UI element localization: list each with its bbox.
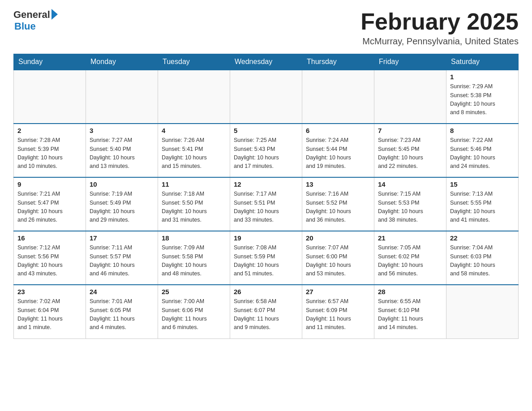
calendar-table: SundayMondayTuesdayWednesdayThursdayFrid… (13, 54, 519, 339)
day-info: Sunrise: 7:18 AM Sunset: 5:50 PM Dayligh… (162, 190, 226, 225)
calendar-cell: 22Sunrise: 7:04 AM Sunset: 6:03 PM Dayli… (446, 231, 519, 285)
calendar-cell (230, 70, 302, 124)
day-number: 8 (450, 127, 515, 134)
day-info: Sunrise: 7:07 AM Sunset: 6:00 PM Dayligh… (306, 244, 370, 278)
day-info: Sunrise: 7:08 AM Sunset: 5:59 PM Dayligh… (234, 244, 298, 278)
day-number: 21 (378, 234, 442, 242)
title-area: February 2025 McMurray, Pennsylvania, Un… (360, 9, 519, 47)
calendar-header-thursday: Thursday (302, 54, 374, 70)
calendar-cell: 11Sunrise: 7:18 AM Sunset: 5:50 PM Dayli… (158, 177, 230, 231)
day-info: Sunrise: 7:00 AM Sunset: 6:06 PM Dayligh… (162, 297, 226, 332)
day-info: Sunrise: 7:13 AM Sunset: 5:55 PM Dayligh… (450, 190, 515, 225)
calendar-cell: 14Sunrise: 7:15 AM Sunset: 5:53 PM Dayli… (374, 177, 446, 231)
calendar-cell: 24Sunrise: 7:01 AM Sunset: 6:05 PM Dayli… (86, 285, 158, 338)
day-number: 15 (450, 180, 515, 188)
location-subtitle: McMurray, Pennsylvania, United States (360, 36, 519, 47)
calendar-cell: 10Sunrise: 7:19 AM Sunset: 5:49 PM Dayli… (86, 177, 158, 231)
day-number: 5 (234, 127, 298, 134)
calendar-cell: 8Sunrise: 7:22 AM Sunset: 5:46 PM Daylig… (446, 124, 519, 177)
day-info: Sunrise: 7:27 AM Sunset: 5:40 PM Dayligh… (90, 136, 154, 171)
day-number: 4 (162, 127, 226, 134)
calendar-cell: 17Sunrise: 7:11 AM Sunset: 5:57 PM Dayli… (86, 231, 158, 285)
calendar-header-row: SundayMondayTuesdayWednesdayThursdayFrid… (14, 54, 519, 70)
day-info: Sunrise: 7:16 AM Sunset: 5:52 PM Dayligh… (306, 190, 370, 225)
calendar-cell: 3Sunrise: 7:27 AM Sunset: 5:40 PM Daylig… (86, 124, 158, 177)
page-header: General Blue February 2025 McMurray, Pen… (13, 9, 519, 47)
calendar-cell: 6Sunrise: 7:24 AM Sunset: 5:44 PM Daylig… (302, 124, 374, 177)
day-number: 28 (378, 288, 442, 295)
calendar-cell: 15Sunrise: 7:13 AM Sunset: 5:55 PM Dayli… (446, 177, 519, 231)
day-info: Sunrise: 7:02 AM Sunset: 6:04 PM Dayligh… (17, 297, 82, 332)
logo-general-text: General (13, 9, 50, 21)
day-number: 10 (90, 180, 154, 188)
calendar-cell (302, 70, 374, 124)
day-number: 25 (162, 288, 226, 295)
calendar-cell (374, 70, 446, 124)
calendar-cell: 7Sunrise: 7:23 AM Sunset: 5:45 PM Daylig… (374, 124, 446, 177)
calendar-cell: 23Sunrise: 7:02 AM Sunset: 6:04 PM Dayli… (14, 285, 86, 338)
day-info: Sunrise: 7:09 AM Sunset: 5:58 PM Dayligh… (162, 244, 226, 278)
calendar-cell: 4Sunrise: 7:26 AM Sunset: 5:41 PM Daylig… (158, 124, 230, 177)
month-title: February 2025 (360, 9, 519, 34)
calendar-cell: 26Sunrise: 6:58 AM Sunset: 6:07 PM Dayli… (230, 285, 302, 338)
calendar-cell: 27Sunrise: 6:57 AM Sunset: 6:09 PM Dayli… (302, 285, 374, 338)
day-number: 20 (306, 234, 370, 242)
calendar-cell: 9Sunrise: 7:21 AM Sunset: 5:47 PM Daylig… (14, 177, 86, 231)
day-info: Sunrise: 7:21 AM Sunset: 5:47 PM Dayligh… (17, 190, 82, 225)
calendar-header-tuesday: Tuesday (158, 54, 230, 70)
day-number: 26 (234, 288, 298, 295)
day-info: Sunrise: 7:23 AM Sunset: 5:45 PM Dayligh… (378, 136, 442, 171)
day-info: Sunrise: 6:55 AM Sunset: 6:10 PM Dayligh… (378, 297, 442, 332)
calendar-header-wednesday: Wednesday (230, 54, 302, 70)
calendar-cell: 16Sunrise: 7:12 AM Sunset: 5:56 PM Dayli… (14, 231, 86, 285)
day-number: 19 (234, 234, 298, 242)
calendar-cell (446, 285, 519, 338)
calendar-cell (86, 70, 158, 124)
logo-arrow-icon (51, 9, 58, 20)
day-info: Sunrise: 7:26 AM Sunset: 5:41 PM Dayligh… (162, 136, 226, 171)
day-info: Sunrise: 6:57 AM Sunset: 6:09 PM Dayligh… (306, 297, 370, 332)
day-info: Sunrise: 7:24 AM Sunset: 5:44 PM Dayligh… (306, 136, 370, 171)
day-info: Sunrise: 7:17 AM Sunset: 5:51 PM Dayligh… (234, 190, 298, 225)
day-number: 23 (17, 288, 82, 295)
calendar-week-row-5: 23Sunrise: 7:02 AM Sunset: 6:04 PM Dayli… (14, 285, 519, 338)
day-number: 1 (450, 73, 515, 81)
day-info: Sunrise: 6:58 AM Sunset: 6:07 PM Dayligh… (234, 297, 298, 332)
day-number: 24 (90, 288, 154, 295)
day-number: 27 (306, 288, 370, 295)
day-number: 12 (234, 180, 298, 188)
calendar-header-monday: Monday (86, 54, 158, 70)
calendar-week-row-1: 1Sunrise: 7:29 AM Sunset: 5:38 PM Daylig… (14, 70, 519, 124)
day-number: 14 (378, 180, 442, 188)
day-info: Sunrise: 7:01 AM Sunset: 6:05 PM Dayligh… (90, 297, 154, 332)
calendar-cell: 5Sunrise: 7:25 AM Sunset: 5:43 PM Daylig… (230, 124, 302, 177)
day-info: Sunrise: 7:05 AM Sunset: 6:02 PM Dayligh… (378, 244, 442, 278)
day-info: Sunrise: 7:04 AM Sunset: 6:03 PM Dayligh… (450, 244, 515, 278)
day-info: Sunrise: 7:29 AM Sunset: 5:38 PM Dayligh… (450, 82, 515, 117)
calendar-cell: 28Sunrise: 6:55 AM Sunset: 6:10 PM Dayli… (374, 285, 446, 338)
day-number: 6 (306, 127, 370, 134)
day-number: 22 (450, 234, 515, 242)
day-number: 9 (17, 180, 82, 188)
calendar-week-row-3: 9Sunrise: 7:21 AM Sunset: 5:47 PM Daylig… (14, 177, 519, 231)
calendar-week-row-2: 2Sunrise: 7:28 AM Sunset: 5:39 PM Daylig… (14, 124, 519, 177)
calendar-header-friday: Friday (374, 54, 446, 70)
day-info: Sunrise: 7:19 AM Sunset: 5:49 PM Dayligh… (90, 190, 154, 225)
day-number: 17 (90, 234, 154, 242)
day-info: Sunrise: 7:22 AM Sunset: 5:46 PM Dayligh… (450, 136, 515, 171)
day-info: Sunrise: 7:12 AM Sunset: 5:56 PM Dayligh… (17, 244, 82, 278)
day-info: Sunrise: 7:25 AM Sunset: 5:43 PM Dayligh… (234, 136, 298, 171)
calendar-cell (14, 70, 86, 124)
logo-blue-text: Blue (14, 21, 36, 32)
calendar-cell: 13Sunrise: 7:16 AM Sunset: 5:52 PM Dayli… (302, 177, 374, 231)
day-info: Sunrise: 7:11 AM Sunset: 5:57 PM Dayligh… (90, 244, 154, 278)
day-number: 18 (162, 234, 226, 242)
calendar-cell: 2Sunrise: 7:28 AM Sunset: 5:39 PM Daylig… (14, 124, 86, 177)
calendar-cell: 25Sunrise: 7:00 AM Sunset: 6:06 PM Dayli… (158, 285, 230, 338)
calendar-cell: 20Sunrise: 7:07 AM Sunset: 6:00 PM Dayli… (302, 231, 374, 285)
day-number: 7 (378, 127, 442, 134)
day-info: Sunrise: 7:28 AM Sunset: 5:39 PM Dayligh… (17, 136, 82, 171)
day-number: 3 (90, 127, 154, 134)
day-number: 16 (17, 234, 82, 242)
day-number: 2 (17, 127, 82, 134)
